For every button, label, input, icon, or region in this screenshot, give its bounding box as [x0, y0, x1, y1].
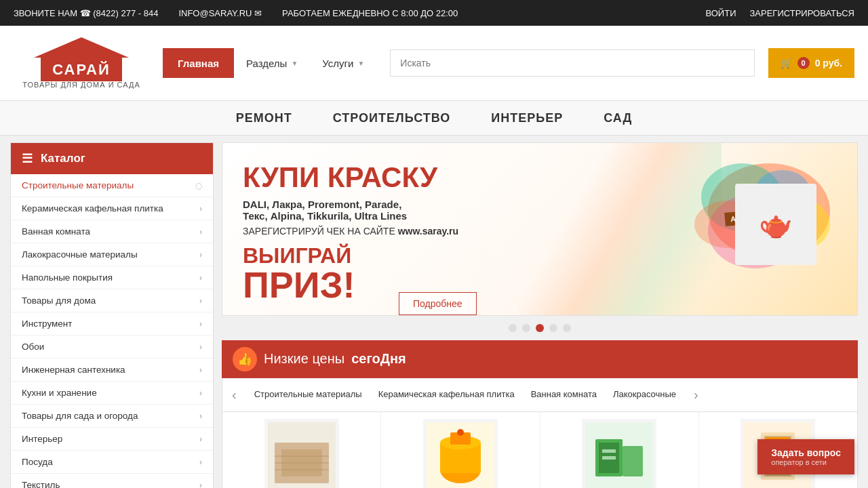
top-bar-right: ВОЙТИ ЗАРЕГИСТРИРОВАТЬСЯ	[706, 8, 855, 18]
phone-label: ЗВОНИТЕ НАМ ☎ (8422) 277 - 844	[14, 8, 158, 18]
thumbup-icon: 👍	[233, 347, 257, 371]
email-label: INFO@SARAY.RU ✉	[178, 8, 262, 18]
cat-nav-interer[interactable]: ИНТЕРЬЕР	[491, 111, 563, 125]
logo-subtitle: ТОВАРЫ ДЛЯ ДОМА И САДА	[22, 81, 140, 89]
sidebar-item-tovary-doma[interactable]: Товары для дома ›	[11, 289, 213, 312]
sidebar-item-stroitelstvo[interactable]: Строительные материалы ◌	[11, 174, 213, 197]
sidebar-item-vannaya[interactable]: Ванная комната ›	[11, 220, 213, 243]
arrow-right-icon: ›	[199, 481, 202, 489]
banner-dot-1[interactable]	[509, 324, 517, 332]
banner-dots	[222, 324, 858, 332]
banner-dot-4[interactable]	[549, 324, 557, 332]
logo-image: САРАЙ	[27, 37, 136, 78]
banner-title: КУПИ КРАСКУ	[243, 163, 837, 192]
product-image-3	[582, 419, 656, 488]
cart-price: 0 руб.	[815, 58, 842, 68]
search-input[interactable]	[390, 49, 754, 77]
logo-text: САРАЙ	[52, 61, 111, 79]
arrow-right-icon: ›	[199, 342, 202, 352]
logo-area: САРАЙ ТОВАРЫ ДЛЯ ДОМА И САДА	[14, 37, 149, 89]
sidebar-item-santehnika[interactable]: Инженерная сантехника ›	[11, 359, 213, 382]
sidebar-item-label: Текстиль	[22, 480, 60, 488]
sidebar-item-label: Интерьер	[22, 434, 62, 444]
arrow-right-icon: ›	[199, 227, 202, 237]
product-card-1[interactable]	[222, 412, 381, 488]
right-area: КУПИ КРАСКУ DALI, Лакра, Proremont, Para…	[214, 142, 858, 488]
product-image-1	[264, 419, 339, 488]
cat-nav-remont[interactable]: РЕМОНТ	[236, 111, 292, 125]
cat-tabs-prev-arrow[interactable]: ‹	[222, 387, 246, 403]
low-price-text-normal: Низкие цены	[264, 351, 344, 367]
sidebar-item-tekstil[interactable]: Текстиль ›	[11, 474, 213, 488]
sidebar-item-oboi[interactable]: Обои ›	[11, 336, 213, 359]
register-link[interactable]: ЗАРЕГИСТРИРОВАТЬСЯ	[749, 8, 854, 18]
svg-rect-22	[602, 449, 616, 453]
banner-site: www.saray.ru	[398, 226, 458, 237]
sidebar-item-label: Лакокрасочные материалы	[22, 249, 138, 260]
sidebar-item-napolnye[interactable]: Напольные покрытия ›	[11, 266, 213, 289]
sidebar-item-label: Ванная комната	[22, 226, 90, 237]
banner-more-button[interactable]: Подробнее	[399, 292, 477, 315]
cat-nav-stroitelstvo[interactable]: СТРОИТЕЛЬСТВО	[333, 111, 450, 125]
sidebar-item-sad[interactable]: Товары для сада и огорода ›	[11, 405, 213, 428]
banner-dot-5[interactable]	[563, 324, 571, 332]
sidebar-item-keramika[interactable]: Керамическая кафельная плитка ›	[11, 197, 213, 220]
chat-button-label: Задать вопрос	[771, 447, 841, 458]
sidebar-item-label: Инструмент	[22, 319, 72, 329]
svg-rect-21	[623, 446, 643, 476]
arrow-right-icon: ›	[199, 365, 202, 375]
nav-sections-button[interactable]: Разделы ▼	[234, 48, 310, 78]
cart-icon: 🛒	[781, 58, 792, 68]
sidebar-item-lakokrasochnye[interactable]: Лакокрасочные материалы ›	[11, 243, 213, 266]
banner-register: ЗАРЕГИСТРИРУЙ ЧЕК НА САЙТЕ www.saray.ru	[243, 226, 837, 237]
cat-tab-keramika[interactable]: Керамическая кафельная плитка	[370, 385, 523, 405]
category-nav: РЕМОНТ СТРОИТЕЛЬСТВО ИНТЕРЬЕР САД	[0, 100, 868, 136]
banner-dot-3[interactable]	[536, 324, 544, 332]
product-card-2[interactable]	[381, 412, 540, 488]
low-price-bar: 👍 Низкие цены сегоДня	[222, 340, 858, 378]
sidebar-item-label: Напольные покрытия	[22, 272, 113, 283]
sidebar-header: ☰ Каталог	[11, 143, 213, 174]
top-bar-left: ЗВОНИТЕ НАМ ☎ (8422) 277 - 844 INFO@SARA…	[14, 8, 458, 18]
sidebar-title: Каталог	[41, 152, 85, 165]
product-card-3[interactable]	[540, 412, 699, 488]
sidebar-item-interer[interactable]: Интерьер ›	[11, 428, 213, 451]
nav-main: Главная Разделы ▼ Услуги ▼	[163, 48, 376, 78]
cat-nav-sad[interactable]: САД	[604, 111, 632, 125]
svg-rect-23	[602, 456, 616, 460]
cat-tab-lakokrasochnye[interactable]: Лакокрасочные	[605, 385, 684, 405]
arrow-right-icon: ›	[199, 273, 202, 283]
loading-spinner-icon: ◌	[195, 181, 202, 190]
header: САРАЙ ТОВАРЫ ДЛЯ ДОМА И САДА Главная Раз…	[0, 26, 868, 100]
cat-tabs-next-arrow[interactable]: ›	[684, 387, 708, 403]
sidebar-item-instrument[interactable]: Инструмент ›	[11, 312, 213, 336]
arrow-right-icon: ›	[199, 319, 202, 329]
sidebar-item-label: Инженерная сантехника	[22, 365, 125, 375]
nav-services-button[interactable]: Услуги ▼	[310, 48, 376, 78]
sidebar-item-label: Строительные материалы	[22, 180, 134, 190]
arrow-right-icon: ›	[199, 411, 202, 421]
cat-tab-stroitelstvo[interactable]: Строительные материалы	[246, 385, 370, 405]
nav-home-button[interactable]: Главная	[163, 48, 234, 78]
chat-button[interactable]: Задать вопрос оператор в сети	[757, 439, 854, 474]
low-price-text-bold: сегоДня	[351, 351, 406, 367]
arrow-right-icon: ›	[199, 458, 202, 467]
sidebar-item-posuda[interactable]: Посуда ›	[11, 451, 213, 474]
arrow-right-icon: ›	[199, 434, 202, 444]
banner-subtitle: DALI, Лакра, Proremont, Parade,Текс, Alp…	[243, 199, 837, 222]
banner-dot-2[interactable]	[522, 324, 530, 332]
sections-chevron-icon: ▼	[291, 60, 298, 67]
sidebar-item-label: Обои	[22, 342, 44, 352]
arrow-right-icon: ›	[199, 204, 202, 214]
sidebar-item-label: Посуда	[22, 457, 53, 467]
login-link[interactable]: ВОЙТИ	[706, 8, 736, 18]
logo-body: САРАЙ	[41, 58, 122, 81]
svg-point-17	[457, 429, 464, 436]
sidebar: ☰ Каталог Строительные материалы ◌ Керам…	[10, 142, 214, 488]
cart-button[interactable]: 🛒 0 0 руб.	[768, 48, 854, 78]
hamburger-icon: ☰	[22, 151, 33, 166]
arrow-right-icon: ›	[199, 296, 202, 306]
cat-tab-vannaya[interactable]: Ванная комната	[523, 385, 605, 405]
sidebar-item-kuhni[interactable]: Кухни и хранение ›	[11, 382, 213, 405]
top-bar: ЗВОНИТЕ НАМ ☎ (8422) 277 - 844 INFO@SARA…	[0, 0, 868, 26]
